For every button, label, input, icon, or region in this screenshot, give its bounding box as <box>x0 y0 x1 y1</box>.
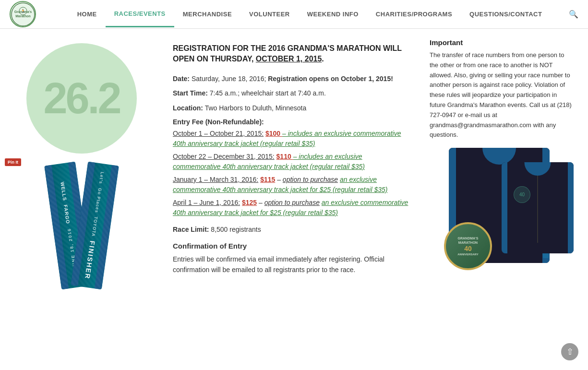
nav-questions[interactable]: QUESTIONS/CONTACT <box>461 2 551 26</box>
left-sidebar: 26.2 Pin It WELLS FARGO JUNE 18, 2016 <box>0 29 163 311</box>
race-limit: Race Limit: 8,500 registrants <box>173 226 410 233</box>
important-title: Important <box>430 38 574 47</box>
fee-item-3: January 1 – March 31, 2016: $115 – optio… <box>173 175 410 195</box>
confirmation-title: Confirmation of Entry <box>173 242 410 250</box>
nav-races-events[interactable]: RACES/EVENTS <box>106 1 174 27</box>
main-content: REGISTRATION FOR THE 2016 GRANDMA'S MARA… <box>163 29 425 311</box>
pin-it-button[interactable]: Pin It <box>5 158 21 166</box>
page-content: 26.2 Pin It WELLS FARGO JUNE 18, 2016 <box>0 29 588 311</box>
fee-price-2: $110 <box>276 153 293 160</box>
jacket-front: 40 <box>502 162 574 253</box>
medal-badge: GRANDMA'S MARATHON 40 ANNIVERSARY <box>444 222 492 270</box>
header: Grandma's Marathon 🏃 HOME RACES/EVENTS M… <box>0 0 588 29</box>
fee-price-1: $100 <box>265 130 282 137</box>
fee-item-1: October 1 – October 21, 2015: $100 – inc… <box>173 129 410 149</box>
nav-merchandise[interactable]: MERCHANDISE <box>174 2 240 26</box>
fee-option-4-link[interactable]: option to purchase <box>264 199 320 206</box>
logo-circle: Grandma's Marathon 🏃 <box>10 1 36 27</box>
fee-option-3-link[interactable]: option to purchase <box>283 176 338 183</box>
nav-home[interactable]: HOME <box>69 2 106 26</box>
fee-period-2-link[interactable]: October 22 – December 31, 2015: <box>173 153 275 160</box>
nav-charities[interactable]: CHARITIES/PROGRAMS <box>367 2 461 26</box>
logo[interactable]: Grandma's Marathon 🏃 <box>10 1 36 27</box>
fee-price-4: $125 <box>242 199 257 206</box>
entry-fee-label: Entry Fee (Non-Refundable): <box>173 118 410 126</box>
medal-area: Pin It WELLS FARGO JUNE 18, 2016 Let's <box>10 163 154 288</box>
ribbon-right-text-toyota: TOYOTA <box>91 216 98 238</box>
nav-weekend-info[interactable]: WEEKEND INFO <box>299 2 367 26</box>
fee-period-3-link[interactable]: January 1 – March 31, 2016: <box>173 176 258 183</box>
confirmation-text: Entries will be confirmed via email imme… <box>173 254 410 275</box>
date-info: Date: Saturday, June 18, 2016; Registrat… <box>173 73 410 84</box>
right-sidebar: Important The transfer of race numbers f… <box>425 29 588 311</box>
important-text: The transfer of race numbers from one pe… <box>430 50 574 140</box>
ribbon-left-text-wells: WELLS <box>60 181 67 201</box>
page-title: REGISTRATION FOR THE 2016 GRANDMA'S MARA… <box>173 43 410 65</box>
jacket-image-area: 40 40 GRANDMA'S MARATHON <box>430 148 574 301</box>
svg-text:🏃: 🏃 <box>21 9 25 13</box>
ribbon-right-text-go: Go Places <box>94 188 102 213</box>
location-info: Location: Two Harbors to Duluth, Minneso… <box>173 103 410 113</box>
ribbon-left-text-fargo: FARGO <box>63 204 71 225</box>
ribbon-right-text-lets: Let's <box>98 171 105 184</box>
fee-item-2: October 22 – December 31, 2015: $110 – i… <box>173 152 410 172</box>
fee-period-4-link[interactable]: April 1 – June 1, 2016: <box>173 199 240 206</box>
search-icon[interactable]: 🔍 <box>569 10 578 19</box>
fee-period-1-link[interactable]: October 1 – October 21, 2015: <box>173 130 264 137</box>
start-time-info: Start Time: 7:45 a.m.; wheelchair start … <box>173 88 410 98</box>
main-nav: HOME RACES/EVENTS MERCHANDISE VOLUNTEER … <box>55 1 564 27</box>
distance-number: 26.2 <box>43 74 120 123</box>
ribbon-right-text-finisher: FINISHER <box>84 240 96 280</box>
jacket-promo: Get this exclusive commemorative 40th an… <box>430 277 574 311</box>
distance-circle: 26.2 <box>26 43 137 154</box>
fee-item-4: April 1 – June 1, 2016: $125 – option to… <box>173 198 410 218</box>
nav-volunteer[interactable]: VOLUNTEER <box>240 2 299 26</box>
fee-price-3: $115 <box>260 176 275 183</box>
